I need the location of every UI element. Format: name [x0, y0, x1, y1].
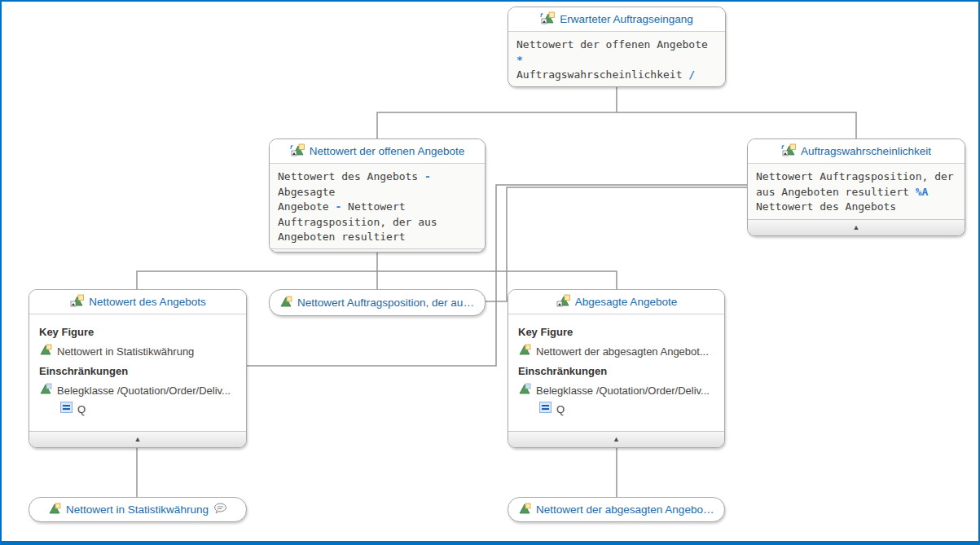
- node-title: Abgesagte Angebote: [575, 296, 677, 308]
- node-title: Erwarteter Auftragseingang: [560, 13, 693, 25]
- key-figure-name: Nettowert der abgesagten Angebot...: [536, 342, 709, 362]
- node-net-value-statistics-currency[interactable]: Nettowert in Statistikwährung: [29, 497, 247, 522]
- key-figure-item[interactable]: Nettowert der abgesagten Angebot...: [518, 342, 716, 362]
- node-title: Nettowert Auftragsposition, der aus ...: [297, 297, 475, 309]
- svg-text:f: f: [290, 143, 293, 151]
- diagram-frame: f Erwarteter Auftragseingang Nettowert d…: [0, 0, 980, 545]
- formula-operator: -: [424, 170, 431, 182]
- collapse-footer[interactable]: ▲: [29, 431, 246, 447]
- node-title: Nettowert des Angebots: [89, 296, 205, 308]
- key-figure-section-label: Key Figure: [518, 323, 716, 342]
- node-body: Key Figure Nettowert der abgesagten Ange…: [508, 314, 724, 431]
- node-expected-order-intake: f Erwarteter Auftragseingang Nettowert d…: [508, 7, 726, 87]
- key-figure-section-label: Key Figure: [39, 323, 238, 342]
- calculated-key-figure-icon: f: [781, 143, 796, 160]
- formula-operand: Nettowert des Angebots: [756, 200, 896, 213]
- restricted-key-figure-icon: [556, 294, 570, 310]
- equals-operator-icon: [60, 401, 73, 419]
- formula-operand: Nettowert der offenen Angebote: [516, 38, 714, 51]
- restriction-icon: [518, 381, 531, 401]
- node-header[interactable]: f Auftragswahrscheinlichkeit: [748, 139, 965, 164]
- formula-operator: %A: [916, 186, 929, 198]
- node-body: Nettowert Auftragsposition, der aus Ange…: [748, 164, 965, 219]
- restrictions-section-label: Einschränkungen: [39, 362, 238, 381]
- collapse-footer[interactable]: ▲: [270, 248, 485, 253]
- node-order-probability: f Auftragswahrscheinlichkeit Nettowert A…: [747, 138, 965, 236]
- restriction-item[interactable]: Belegklasse /Quotation/Order/Deliv...: [518, 381, 716, 401]
- collapse-arrow-icon[interactable]: ▲: [613, 436, 620, 443]
- restriction-value-row: Q: [39, 401, 238, 419]
- connector-root-to-level2: [377, 87, 856, 138]
- calculated-key-figure-icon: f: [540, 11, 555, 28]
- node-net-value-order-item[interactable]: Nettowert Auftragsposition, der aus ...: [269, 289, 486, 316]
- restriction-name: Belegklasse /Quotation/Order/Deliv...: [536, 381, 710, 401]
- node-header[interactable]: Abgesagte Angebote: [508, 290, 724, 314]
- comment-icon[interactable]: [213, 503, 227, 517]
- collapse-arrow-icon[interactable]: ▲: [853, 224, 860, 231]
- node-header[interactable]: Nettowert des Angebots: [29, 290, 246, 314]
- restrictions-section-label: Einschränkungen: [518, 362, 716, 381]
- connector-openquotes-to-level3: [137, 253, 617, 289]
- svg-text:f: f: [781, 143, 784, 151]
- formula-operand: Nettowert des Angebots: [278, 170, 424, 182]
- restriction-item[interactable]: Belegklasse /Quotation/Order/Deliv...: [39, 381, 238, 401]
- node-body: Nettowert des Angebots - Abgesagte Angeb…: [270, 164, 485, 248]
- node-title: Nettowert der abgesagten Angebots...: [536, 503, 714, 516]
- connector-lines: [0, 0, 980, 545]
- formula-text: Nettowert Auftragsposition, der aus Ange…: [756, 169, 956, 215]
- svg-text:f: f: [540, 11, 543, 19]
- key-figure-name: Nettowert in Statistikwährung: [57, 342, 194, 362]
- key-figure-icon: [279, 296, 292, 310]
- node-net-value-open-quotations: f Nettowert der offenen Angebote Nettowe…: [269, 138, 486, 253]
- key-figure-icon: [518, 342, 531, 362]
- node-title: Nettowert der offenen Angebote: [310, 145, 464, 157]
- restriction-value: Q: [77, 401, 86, 419]
- node-body: Key Figure Nettowert in Statistikwährung…: [29, 314, 246, 431]
- key-figure-icon: [48, 503, 61, 517]
- formula-operator: /: [688, 68, 695, 81]
- restriction-value: Q: [556, 401, 565, 419]
- formula-operand: Auftragswahrscheinlichkeit: [516, 68, 688, 81]
- node-net-value-quotation: Nettowert des Angebots Key Figure Nettow…: [29, 289, 247, 448]
- node-body: Nettowert der offenen Angebote * Auftrag…: [508, 32, 725, 87]
- restriction-value-row: Q: [518, 401, 716, 419]
- restriction-icon: [39, 381, 52, 401]
- formula-text: Nettowert des Angebots - Abgesagte Angeb…: [278, 169, 477, 245]
- collapse-arrow-icon[interactable]: ▲: [134, 436, 142, 443]
- key-figure-icon: [518, 503, 531, 517]
- formula-operator: *: [516, 54, 523, 66]
- node-rejected-quotations: Abgesagte Angebote Key Figure Nettowert …: [508, 289, 725, 448]
- node-title: Auftragswahrscheinlichkeit: [801, 145, 931, 157]
- formula-text: Nettowert der offenen Angebote * Auftrag…: [516, 37, 717, 87]
- diagram-canvas: f Erwarteter Auftragseingang Nettowert d…: [0, 0, 980, 545]
- node-net-value-rejected-quotations[interactable]: Nettowert der abgesagten Angebots...: [508, 497, 725, 522]
- calculated-key-figure-icon: f: [290, 143, 305, 160]
- node-header[interactable]: f Erwarteter Auftragseingang: [508, 7, 725, 32]
- key-figure-icon: [39, 342, 52, 362]
- collapse-footer[interactable]: ▲: [748, 219, 965, 235]
- node-header[interactable]: f Nettowert der offenen Angebote: [270, 139, 485, 164]
- restriction-name: Belegklasse /Quotation/Order/Deliv...: [57, 381, 231, 401]
- collapse-footer[interactable]: ▲: [508, 431, 724, 447]
- restricted-key-figure-icon: [69, 294, 84, 310]
- equals-operator-icon: [539, 401, 552, 419]
- node-title: Nettowert in Statistikwährung: [66, 503, 209, 516]
- key-figure-item[interactable]: Nettowert in Statistikwährung: [39, 342, 238, 362]
